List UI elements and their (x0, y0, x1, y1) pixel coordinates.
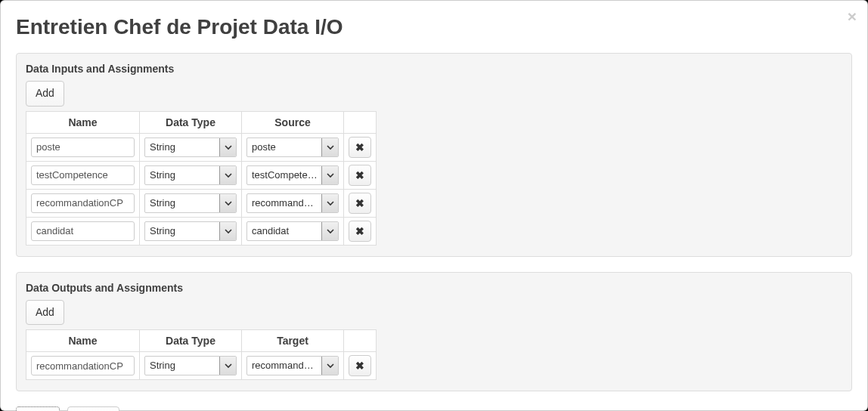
output-name-field[interactable] (31, 356, 135, 375)
chevron-down-icon (219, 166, 236, 184)
select-value: String (150, 138, 216, 156)
delete-row-button[interactable]: ✖ (349, 355, 371, 376)
chevron-down-icon (321, 222, 338, 240)
delete-row-button[interactable]: ✖ (349, 165, 371, 186)
input-source-select[interactable]: poste (246, 138, 339, 157)
inputs-col-name: Name (26, 111, 140, 133)
chevron-down-icon (219, 222, 236, 240)
input-type-select[interactable]: String (144, 193, 237, 213)
page-title: Entretien Chef de Projet Data I/O (16, 15, 852, 39)
chevron-down-icon (219, 194, 236, 212)
outputs-panel-title: Data Outputs and Assignments (26, 282, 842, 294)
input-name-field[interactable] (31, 165, 135, 185)
select-value: String (150, 166, 216, 184)
close-icon[interactable]: × (848, 8, 857, 24)
chevron-down-icon (321, 194, 338, 212)
add-output-button[interactable]: Add (26, 300, 64, 326)
output-target-select[interactable]: recommandationCP (246, 356, 339, 375)
select-value: testCompetence (252, 166, 318, 184)
dialog-footer: Save Cancel (16, 406, 852, 411)
chevron-down-icon (219, 138, 236, 156)
inputs-panel: Data Inputs and Assignments Add Name Dat… (16, 53, 852, 257)
table-row: String testCompetence (26, 161, 377, 189)
input-source-select[interactable]: testCompetence (246, 165, 339, 185)
chevron-down-icon (321, 138, 338, 156)
delete-row-button[interactable]: ✖ (349, 137, 371, 158)
delete-row-button[interactable]: ✖ (349, 221, 371, 242)
input-type-select[interactable]: String (144, 138, 237, 157)
inputs-table: Name Data Type Source String (26, 111, 377, 246)
inputs-panel-title: Data Inputs and Assignments (26, 63, 842, 75)
delete-row-button[interactable]: ✖ (349, 193, 371, 214)
inputs-col-delete (344, 111, 377, 133)
input-source-select[interactable]: recommandationCP (246, 193, 339, 213)
add-input-button[interactable]: Add (26, 81, 64, 107)
chevron-down-icon (219, 357, 236, 375)
select-value: String (150, 222, 216, 240)
inputs-col-type: Data Type (140, 111, 242, 133)
inputs-col-source: Source (242, 111, 344, 133)
input-type-select[interactable]: String (144, 221, 237, 241)
outputs-panel: Data Outputs and Assignments Add Name Da… (16, 272, 852, 392)
chevron-down-icon (321, 166, 338, 184)
chevron-down-icon (321, 357, 338, 375)
outputs-col-name: Name (26, 330, 140, 352)
input-name-field[interactable] (31, 221, 135, 241)
outputs-col-type: Data Type (140, 330, 242, 352)
table-row: String recommandationCP (26, 352, 377, 380)
input-type-select[interactable]: String (144, 165, 237, 185)
select-value: String (150, 357, 216, 375)
input-name-field[interactable] (31, 193, 135, 213)
save-button[interactable]: Save (16, 406, 60, 411)
cancel-button[interactable]: Cancel (67, 406, 120, 411)
select-value: recommandationCP (252, 194, 318, 212)
input-source-select[interactable]: candidat (246, 221, 339, 241)
outputs-col-target: Target (242, 330, 344, 352)
io-dialog: × Entretien Chef de Projet Data I/O Data… (0, 0, 868, 411)
table-row: String candidat (26, 217, 377, 245)
select-value: poste (252, 138, 318, 156)
table-row: String recommandationCP (26, 189, 377, 217)
output-type-select[interactable]: String (144, 356, 237, 375)
table-row: String poste (26, 133, 377, 161)
outputs-table: Name Data Type Target String (26, 329, 377, 380)
outputs-col-delete (344, 330, 377, 352)
select-value: recommandationCP (252, 357, 318, 375)
select-value: String (150, 194, 216, 212)
input-name-field[interactable] (31, 138, 135, 157)
select-value: candidat (252, 222, 318, 240)
